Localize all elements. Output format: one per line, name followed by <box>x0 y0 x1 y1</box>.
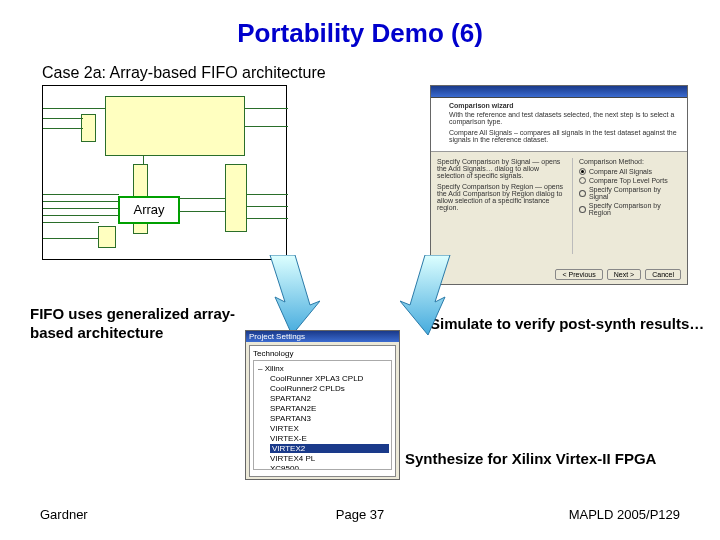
radio-compare-all[interactable]: Compare All Signals <box>579 168 681 175</box>
technology-tree[interactable]: – Xilinx CoolRunner XPLA3 CPLD CoolRunne… <box>253 360 392 470</box>
arrow-down-left <box>250 255 320 335</box>
tree-item[interactable]: XC9500 <box>270 464 389 470</box>
fifo-description: FIFO uses generalized array-based archit… <box>30 305 245 343</box>
tree-item[interactable]: VIRTEX4 PL <box>270 454 389 463</box>
technology-label: Technology <box>253 349 392 358</box>
slide-title: Portability Demo (6) <box>0 0 720 49</box>
footer-conf: MAPLD 2005/P129 <box>569 507 680 522</box>
tree-item[interactable]: VIRTEX <box>270 424 389 433</box>
radio-by-signal[interactable]: Specify Comparison by Signal <box>579 186 681 200</box>
tree-item[interactable]: CoolRunner XPLA3 CPLD <box>270 374 389 383</box>
case-label: Case 2a: Array-based FIFO architecture <box>42 64 326 82</box>
tree-item[interactable]: SPARTAN2E <box>270 404 389 413</box>
tree-root[interactable]: – Xilinx <box>258 364 389 373</box>
cancel-button[interactable]: Cancel <box>645 269 681 280</box>
arrow-down-right <box>400 255 470 335</box>
tree-item-selected[interactable]: VIRTEX2 <box>270 444 389 453</box>
tree-item[interactable]: SPARTAN2 <box>270 394 389 403</box>
tree-item[interactable]: SPARTAN3 <box>270 414 389 423</box>
project-settings-dialog: Project Settings Technology – Xilinx Coo… <box>245 330 400 480</box>
project-titlebar: Project Settings <box>246 331 399 342</box>
synthesize-text: Synthesize for Xilinx Virtex-II FPGA <box>405 450 656 467</box>
radio-compare-top[interactable]: Compare Top Level Ports <box>579 177 681 184</box>
tree-item[interactable]: CoolRunner2 CPLDs <box>270 384 389 393</box>
wizard-header: Comparison wizard <box>449 102 681 109</box>
svg-marker-0 <box>270 255 320 335</box>
tree-item[interactable]: VIRTEX-E <box>270 434 389 443</box>
wizard-section-a-title: Specify Comparison by Signal — opens <box>437 158 560 165</box>
next-button[interactable]: Next > <box>607 269 641 280</box>
previous-button[interactable]: < Previous <box>555 269 602 280</box>
wizard-section-b-title: Specify Comparison by Region — <box>437 183 542 190</box>
wizard-compare-all-desc: Compare All Signals – compares all signa… <box>449 129 681 143</box>
wizard-section-a-body: the Add Signals… dialog to allow selecti… <box>437 165 539 179</box>
array-block-label: Array <box>118 196 180 224</box>
radio-by-region[interactable]: Specify Comparison by Region <box>579 202 681 216</box>
simulate-text: Simulate to verify post-synth results… <box>430 315 704 332</box>
wizard-intro: With the reference and test datasets sel… <box>449 111 681 125</box>
svg-marker-1 <box>400 255 450 335</box>
wizard-titlebar <box>431 86 687 98</box>
wizard-method-label: Comparison Method: <box>579 158 681 165</box>
architecture-diagram: Array <box>42 85 287 260</box>
